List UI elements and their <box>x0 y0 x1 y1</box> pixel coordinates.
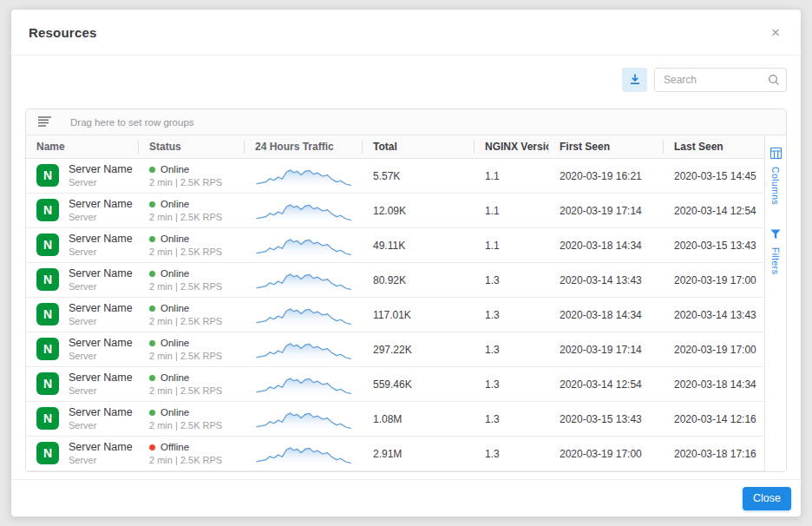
search-box <box>654 68 787 92</box>
server-name: Server Name <box>69 336 133 350</box>
nginx-logo-icon: N <box>36 233 59 256</box>
nginx-version: 1.3 <box>475 378 549 391</box>
grid-body: Name Status 24 Hours Traffic Total NGINX… <box>26 135 786 471</box>
total-value: 49.11K <box>363 240 475 252</box>
nginx-version: 1.1 <box>475 170 549 182</box>
status-label: Online <box>160 406 189 419</box>
close-icon[interactable]: × <box>768 22 783 43</box>
traffic-sparkline <box>245 198 363 224</box>
status-label: Online <box>160 337 189 350</box>
table-row[interactable]: N Server Name Server Online 2 min | 2.5K… <box>26 298 764 332</box>
status-label: Online <box>160 198 189 211</box>
download-button[interactable] <box>622 68 647 92</box>
row-group-drop-zone[interactable]: Drag here to set row groups <box>26 109 786 135</box>
column-header-last-seen[interactable]: Last Seen <box>664 135 764 158</box>
last-seen-date: 2020-03-18 17:16 <box>664 448 764 460</box>
last-seen-date: 2020-03-18 14:34 <box>664 378 764 391</box>
status-label: Online <box>160 233 189 246</box>
grid-rows: N Server Name Server Online 2 min | 2.5K… <box>26 159 764 471</box>
last-seen-date: 2020-03-14 13:43 <box>664 309 764 321</box>
server-subtitle: Server <box>69 385 133 397</box>
grid-header: Name Status 24 Hours Traffic Total NGINX… <box>26 135 764 159</box>
server-subtitle: Server <box>69 246 133 258</box>
column-header-name[interactable]: Name <box>26 135 139 158</box>
column-header-traffic[interactable]: 24 Hours Traffic <box>245 135 363 158</box>
nginx-version: 1.3 <box>475 274 549 286</box>
nginx-version: 1.1 <box>475 205 549 217</box>
first-seen-date: 2020-03-14 13:43 <box>549 274 664 286</box>
traffic-sparkline <box>245 371 363 398</box>
table-row[interactable]: N Server Name Server Online 2 min | 2.5K… <box>26 402 764 437</box>
column-header-first-seen[interactable]: First Seen <box>549 135 664 158</box>
table-row[interactable]: N Server Name Server Online 2 min | 2.5K… <box>26 194 764 228</box>
nginx-logo-icon: N <box>36 442 59 464</box>
nginx-logo-icon: N <box>36 303 59 325</box>
total-value: 117.01K <box>363 309 475 321</box>
status-dot <box>149 410 155 416</box>
status-dot <box>149 167 155 173</box>
nginx-version: 1.3 <box>475 413 549 425</box>
table-row[interactable]: N Server Name Server Offline 2 min | 2.5… <box>26 437 764 471</box>
status-label: Online <box>160 371 189 385</box>
server-name: Server Name <box>69 232 133 246</box>
download-icon <box>629 73 641 88</box>
total-value: 2.91M <box>363 448 475 460</box>
status-dot <box>149 340 155 346</box>
modal-footer: Close <box>11 479 801 516</box>
nginx-version: 1.3 <box>475 344 549 356</box>
server-name: Server Name <box>69 440 133 454</box>
total-value: 5.57K <box>363 170 475 182</box>
status-detail: 2 min | 2.5K RPS <box>149 350 234 362</box>
nginx-version: 1.3 <box>475 448 549 460</box>
status-dot <box>149 271 155 277</box>
row-groups-icon <box>38 115 51 130</box>
nginx-logo-icon: N <box>36 268 59 291</box>
status-dot <box>149 375 155 381</box>
column-header-nginx-version[interactable]: NGINX Version <box>475 135 549 158</box>
filter-icon <box>770 227 781 243</box>
last-seen-date: 2020-03-14 12:54 <box>664 205 764 217</box>
first-seen-date: 2020-03-18 14:34 <box>549 309 664 321</box>
nginx-version: 1.3 <box>475 309 549 321</box>
server-subtitle: Server <box>69 454 133 466</box>
tab-filters[interactable]: Filters <box>770 227 781 274</box>
column-header-total[interactable]: Total <box>363 135 475 158</box>
tab-columns[interactable]: Columns <box>770 147 782 205</box>
status-label: Online <box>160 267 189 280</box>
first-seen-date: 2020-03-19 17:14 <box>549 344 664 356</box>
first-seen-date: 2020-03-19 17:00 <box>549 448 664 460</box>
nginx-logo-icon: N <box>36 338 59 360</box>
table-row[interactable]: N Server Name Server Online 2 min | 2.5K… <box>26 228 764 263</box>
nginx-version: 1.1 <box>475 240 549 252</box>
nginx-logo-icon: N <box>36 164 59 187</box>
last-seen-date: 2020-03-15 14:45 <box>664 170 764 182</box>
table-row[interactable]: N Server Name Server Online 2 min | 2.5K… <box>26 263 764 298</box>
table-row[interactable]: N Server Name Server Online 2 min | 2.5K… <box>26 367 764 402</box>
search-icon <box>768 74 780 89</box>
tab-columns-label: Columns <box>770 167 781 205</box>
traffic-sparkline <box>245 267 363 293</box>
status-label: Online <box>160 302 189 315</box>
server-subtitle: Server <box>69 211 133 223</box>
table-row[interactable]: N Server Name Server Online 2 min | 2.5K… <box>26 159 764 194</box>
server-name: Server Name <box>69 405 133 419</box>
status-detail: 2 min | 2.5K RPS <box>149 454 234 466</box>
first-seen-date: 2020-03-15 13:43 <box>549 413 664 425</box>
server-subtitle: Server <box>69 176 133 188</box>
column-header-status[interactable]: Status <box>139 135 245 158</box>
traffic-sparkline <box>245 163 363 189</box>
status-label: Online <box>160 163 189 176</box>
server-subtitle: Server <box>69 419 133 431</box>
status-dot <box>149 306 155 312</box>
total-value: 12.09K <box>363 205 475 217</box>
server-name: Server Name <box>69 371 133 385</box>
data-grid: Drag here to set row groups Name Status … <box>25 108 787 472</box>
status-detail: 2 min | 2.5K RPS <box>149 211 234 223</box>
last-seen-date: 2020-03-14 12:16 <box>664 413 764 425</box>
table-row[interactable]: N Server Name Server Online 2 min | 2.5K… <box>26 332 764 367</box>
traffic-sparkline <box>245 441 363 467</box>
status-label: Offline <box>160 441 189 454</box>
server-subtitle: Server <box>69 280 133 293</box>
columns-icon <box>770 147 782 162</box>
close-button[interactable]: Close <box>743 487 791 510</box>
